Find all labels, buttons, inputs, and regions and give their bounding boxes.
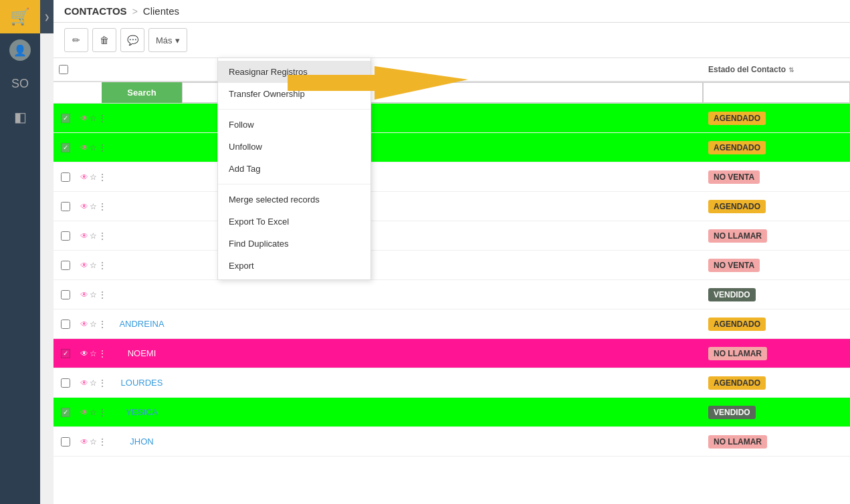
row-checkbox[interactable] xyxy=(61,290,70,299)
dropdown-menu: Reasignar Registros Transfer Ownership F… xyxy=(217,57,371,280)
table-row: 👁 ☆ ⋮ ANDREINA AGENDADO xyxy=(54,309,850,339)
row-checkbox-cell xyxy=(54,258,78,273)
row-checkbox[interactable] xyxy=(61,172,70,182)
sr-icons xyxy=(78,82,102,103)
eye-icon[interactable]: 👁 xyxy=(80,378,88,388)
row-actions: 👁 ☆ ⋮ xyxy=(78,201,102,213)
row-status: AGENDADO xyxy=(703,374,850,392)
checked-checkbox[interactable]: ✓ xyxy=(61,114,70,123)
eye-icon[interactable]: 👁 xyxy=(80,290,88,299)
eye-icon[interactable]: 👁 xyxy=(80,261,88,270)
row-actions: 👁 ☆ ⋮ xyxy=(78,230,102,242)
row-name xyxy=(102,233,182,239)
row-checkbox-cell xyxy=(54,199,78,214)
dropdown-item-reasignar[interactable]: Reasignar Registros xyxy=(218,61,370,83)
eye-icon[interactable]: 👁 xyxy=(80,202,88,211)
dropdown-item-unfollow[interactable]: Unfollow xyxy=(218,136,370,158)
eye-icon[interactable]: 👁 xyxy=(80,437,88,447)
row-checkbox[interactable] xyxy=(61,378,70,388)
main-content: CONTACTOS > Clientes ✏ 🗑 💬 Más ▾ Reasign… xyxy=(54,0,850,504)
row-name xyxy=(102,174,182,180)
sidebar-item-docs[interactable]: SO xyxy=(0,67,40,100)
row-name: JHON xyxy=(102,434,182,449)
app-logo[interactable]: 🛒 xyxy=(0,0,40,33)
dropdown-item-merge[interactable]: Merge selected records xyxy=(218,188,370,211)
table-row: 👁 ☆ ⋮ NO VENTA xyxy=(54,162,850,192)
eye-icon[interactable]: 👁 xyxy=(80,320,88,329)
row-checkbox[interactable] xyxy=(61,202,70,211)
sidebar-toggle[interactable]: ❯ xyxy=(40,0,54,33)
search-button[interactable]: Search xyxy=(102,82,182,103)
row-status: AGENDADO xyxy=(703,109,850,128)
row-status: NO LLAMAR xyxy=(703,344,850,363)
star-icon[interactable]: ☆ xyxy=(90,143,97,152)
row-checkbox[interactable] xyxy=(61,231,70,241)
delete-button[interactable]: 🗑 xyxy=(92,28,116,52)
checked-checkbox[interactable]: ✓ xyxy=(61,143,70,152)
dropdown-item-export-excel[interactable]: Export To Excel xyxy=(218,211,370,233)
star-icon[interactable]: ☆ xyxy=(90,172,97,182)
dropdown-item-export[interactable]: Export xyxy=(218,255,370,277)
dropdown-item-find-duplicates[interactable]: Find Duplicates xyxy=(218,233,370,255)
star-icon[interactable]: ☆ xyxy=(90,437,97,447)
row-name: NOEMI xyxy=(102,346,182,361)
eye-icon[interactable]: 👁 xyxy=(80,143,88,152)
star-icon[interactable]: ☆ xyxy=(90,378,97,388)
table-header: Estado del Contacto xyxy=(54,58,850,82)
star-icon[interactable]: ☆ xyxy=(90,408,97,417)
docs-icon: SO xyxy=(11,77,29,91)
toolbar: ✏ 🗑 💬 Más ▾ Reasignar Registros Transfer… xyxy=(54,23,850,58)
row-checkbox[interactable] xyxy=(61,261,70,270)
status-badge: VENDIDO xyxy=(708,288,756,301)
eye-icon[interactable]: 👁 xyxy=(80,408,88,417)
star-icon[interactable]: ☆ xyxy=(90,231,97,241)
row-checkbox[interactable] xyxy=(61,437,70,447)
star-icon[interactable]: ☆ xyxy=(90,202,97,211)
sr-checkbox xyxy=(54,82,78,103)
status-search-input[interactable] xyxy=(703,82,850,103)
table-row: 👁 ☆ ⋮ VENDIDO xyxy=(54,280,850,309)
dropdown-item-transfer[interactable]: Transfer Ownership xyxy=(218,83,370,105)
checked-checkbox-pink[interactable]: ✓ xyxy=(61,349,70,358)
row-name: YESICA xyxy=(102,404,182,420)
sidebar-item-avatar[interactable]: 👤 xyxy=(0,33,40,67)
row-name xyxy=(102,145,182,150)
star-icon[interactable]: ☆ xyxy=(90,290,97,299)
th-status[interactable]: Estado del Contacto xyxy=(703,58,850,81)
row-checkbox-cell: ✓ xyxy=(54,346,78,361)
eye-icon[interactable]: 👁 xyxy=(80,172,88,182)
row-status: NO LLAMAR xyxy=(703,227,850,245)
row-checkbox[interactable] xyxy=(61,320,70,329)
row-actions: 👁 ☆ ⋮ xyxy=(78,377,102,389)
eye-icon[interactable]: 👁 xyxy=(80,231,88,241)
status-badge: AGENDADO xyxy=(708,318,766,331)
select-all-checkbox[interactable] xyxy=(59,65,68,74)
eye-icon[interactable]: 👁 xyxy=(80,349,88,358)
edit-button[interactable]: ✏ xyxy=(64,28,88,52)
more-button[interactable]: Más ▾ xyxy=(148,28,187,52)
row-actions: 👁 ☆ ⋮ xyxy=(78,259,102,271)
table-row: 👁 ☆ ⋮ NO LLAMAR xyxy=(54,221,850,251)
eye-icon[interactable]: 👁 xyxy=(80,114,88,123)
dropdown-item-addtag[interactable]: Add Tag xyxy=(218,158,370,180)
row-actions: 👁 ☆ ⋮ xyxy=(78,318,102,330)
sidebar: 🛒 👤 SO ◧ xyxy=(0,0,40,504)
status-badge: NO VENTA xyxy=(708,259,760,272)
star-icon[interactable]: ☆ xyxy=(90,320,97,329)
checked-checkbox[interactable]: ✓ xyxy=(61,408,70,417)
star-icon[interactable]: ☆ xyxy=(90,261,97,270)
row-name: LOURDES xyxy=(102,375,182,390)
row-checkbox-cell xyxy=(54,229,78,243)
dropdown-item-follow[interactable]: Follow xyxy=(218,114,370,136)
breadcrumb-page: Clientes xyxy=(143,5,179,17)
message-button[interactable]: 💬 xyxy=(120,28,144,52)
table-row: 👁 ☆ ⋮ NO VENTA xyxy=(54,251,850,280)
breadcrumb-separator: > xyxy=(132,6,138,17)
breadcrumb-section: CONTACTOS xyxy=(64,5,127,17)
status-badge: NO LLAMAR xyxy=(708,435,767,449)
star-icon[interactable]: ☆ xyxy=(90,114,97,123)
row-name xyxy=(102,263,182,268)
star-icon[interactable]: ☆ xyxy=(90,349,97,358)
edit-icon: ✏ xyxy=(72,35,80,45)
sidebar-item-layers[interactable]: ◧ xyxy=(0,100,40,134)
